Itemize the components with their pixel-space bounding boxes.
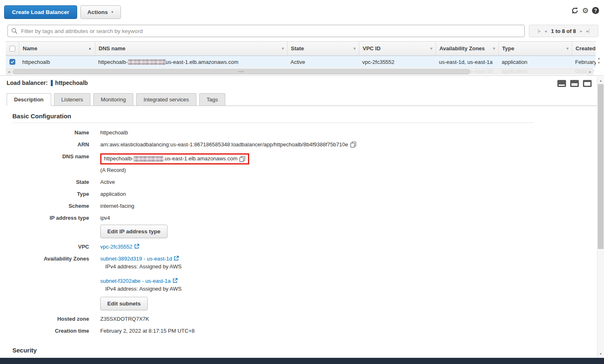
- pane-layout-controls: [557, 80, 592, 87]
- gear-icon[interactable]: ⚙: [582, 7, 589, 14]
- next-page-icon[interactable]: ▸: [580, 29, 583, 33]
- availability-zones-row: Availability Zones subnet-3892d319 - us-…: [12, 256, 534, 310]
- tab-listeners[interactable]: Listeners: [54, 93, 91, 106]
- help-icon[interactable]: ?: [592, 7, 599, 14]
- hosted-zone-row: Hosted zone Z35SXDOTRQ7X7K: [12, 316, 534, 322]
- redacted-dns-segment: [128, 59, 166, 65]
- layout-bottom-large-icon[interactable]: [583, 80, 592, 87]
- footer-bar: [0, 358, 604, 364]
- basic-configuration-heading: Basic Configuration: [12, 113, 534, 120]
- select-all-checkbox-cell: [6, 42, 19, 55]
- scroll-left-icon[interactable]: ◂: [6, 68, 12, 75]
- vpc-link[interactable]: vpc-2fc35552: [100, 244, 132, 250]
- actions-button-label: Actions: [87, 9, 108, 15]
- ec2-load-balancers-page: Create Load Balancer Actions ▼ ⚙ ? ⎹◂ ◂: [0, 0, 604, 364]
- filter-dropdown-icon[interactable]: ▾: [428, 46, 432, 51]
- search-input[interactable]: [7, 25, 525, 37]
- sort-asc-icon: ▲: [86, 47, 92, 50]
- column-header-dns-name[interactable]: DNS name ▾: [95, 42, 287, 55]
- column-header-name[interactable]: Name ▲: [19, 42, 95, 55]
- pagination: ⎹◂ ◂ 1 to 8 of 8 ▸ ▸⎸: [529, 25, 598, 37]
- filter-dropdown-icon[interactable]: ▾: [491, 46, 495, 51]
- last-page-icon[interactable]: ▸⎸: [587, 29, 594, 33]
- cell-type: application: [498, 56, 572, 68]
- filter-dropdown-icon[interactable]: ▾: [279, 46, 284, 51]
- copy-icon[interactable]: [350, 141, 356, 148]
- arn-row: ARN arn:aws:elasticloadbalancing:us-east…: [12, 141, 534, 148]
- scroll-up-icon[interactable]: ▲: [597, 56, 601, 60]
- availability-zones-value: subnet-3892d319 - us-east-1d IPv4 addres…: [100, 256, 182, 310]
- name-row: Name httpechoalb: [12, 129, 534, 136]
- tab-monitoring[interactable]: Monitoring: [93, 93, 133, 106]
- tab-tags[interactable]: Tags: [199, 93, 225, 106]
- horizontal-scrollbar-thumb[interactable]: •••: [13, 69, 470, 74]
- cell-availability-zones: us-east-1d, us-east-1a: [436, 56, 498, 68]
- cell-created-at: February: [572, 56, 596, 68]
- subnet-ipv4-info: IPv4 address: Assigned by AWS: [105, 263, 182, 270]
- load-balancers-table: Name ▲ DNS name ▾ State ▾ VPC ID ▾ Avail…: [6, 41, 596, 75]
- type-value: application: [100, 191, 126, 197]
- select-all-checkbox[interactable]: [9, 46, 15, 52]
- scroll-down-icon[interactable]: ▼: [597, 351, 604, 357]
- filter-dropdown-icon[interactable]: ▾: [351, 46, 356, 51]
- column-header-created-at[interactable]: Created At: [572, 42, 596, 55]
- edit-subnets-button[interactable]: Edit subnets: [100, 297, 148, 310]
- detail-header-value: httpechoalb: [55, 80, 88, 86]
- first-page-icon[interactable]: ⎹◂: [534, 29, 540, 33]
- table-row-httpechoalb[interactable]: httpechoalb httpechoalb-us-east-1.elb.am…: [6, 56, 596, 68]
- page-vertical-scrollbar[interactable]: ▲ ▼: [597, 77, 604, 357]
- column-header-availability-zones[interactable]: Availability Zones ▾: [436, 42, 498, 55]
- scroll-right-icon[interactable]: ▸: [587, 68, 593, 75]
- cell-dns-name: httpechoalb-us-east-1.elb.amazonaws.com: [95, 56, 287, 68]
- prev-page-icon[interactable]: ◂: [545, 29, 547, 33]
- subnet-link[interactable]: subnet-f3202abe - us-east-1a: [100, 278, 171, 284]
- dns-name-highlight-box: httpechoalb-.us-east-1.elb.amazonaws.com: [100, 153, 249, 164]
- subnet-link[interactable]: subnet-3892d319 - us-east-1d: [100, 256, 172, 262]
- copy-icon[interactable]: [239, 156, 245, 162]
- actions-button[interactable]: Actions ▼: [80, 5, 121, 19]
- vpc-value: vpc-2fc35552: [100, 244, 139, 250]
- external-link-icon: [172, 278, 178, 283]
- tab-description[interactable]: Description: [7, 93, 51, 106]
- filter-dropdown-icon[interactable]: ▾: [564, 46, 569, 51]
- state-value: Active: [100, 179, 115, 186]
- table-vertical-scrollbar[interactable]: ▲ ▼: [596, 56, 602, 65]
- layout-bottom-small-icon[interactable]: [557, 80, 566, 87]
- detail-header-label: Load balancer:: [7, 80, 48, 86]
- subnet-item: subnet-f3202abe - us-east-1a IPv4 addres…: [100, 278, 182, 292]
- cell-name: httpechoalb: [19, 56, 95, 68]
- column-header-state[interactable]: State ▾: [287, 42, 359, 55]
- ip-address-type-row: IP address type ipv4 Edit IP address typ…: [12, 215, 534, 238]
- detail-tabs: Description Listeners Monitoring Integra…: [7, 93, 604, 106]
- redacted-dns-segment: [134, 156, 163, 162]
- layout-bottom-medium-icon[interactable]: [570, 80, 579, 87]
- vertical-scrollbar-thumb[interactable]: [598, 84, 604, 249]
- refresh-icon[interactable]: [571, 7, 579, 14]
- subnet-ipv4-info: IPv4 address: Assigned by AWS: [105, 286, 182, 292]
- scheme-value: internet-facing: [100, 203, 134, 209]
- edit-ip-address-type-button[interactable]: Edit IP address type: [100, 225, 168, 238]
- column-header-vpc-id[interactable]: VPC ID ▾: [359, 42, 436, 55]
- row-checkbox[interactable]: [9, 59, 15, 65]
- dns-name-row: DNS name httpechoalb-.us-east-1.elb.amaz…: [12, 153, 534, 174]
- arn-value: arn:aws:elasticloadbalancing:us-east-1:8…: [100, 141, 356, 148]
- ip-address-type-value: ipv4 Edit IP address type: [100, 215, 168, 238]
- create-load-balancer-button[interactable]: Create Load Balancer: [4, 5, 77, 19]
- vpc-row: VPC vpc-2fc35552: [12, 244, 534, 250]
- chevron-down-icon: ▼: [111, 10, 114, 14]
- external-link-icon: [134, 244, 139, 249]
- state-row: State Active: [12, 179, 534, 186]
- detail-header: Load balancer: httpechoalb: [7, 76, 604, 86]
- toolbar: Create Load Balancer Actions ▼ ⚙ ?: [0, 0, 604, 19]
- dns-name-value: httpechoalb-.us-east-1.elb.amazonaws.com…: [100, 153, 249, 174]
- scroll-down-icon[interactable]: ▼: [597, 61, 601, 65]
- search-box: [7, 25, 525, 37]
- section-divider: [12, 122, 534, 123]
- tab-integrated-services[interactable]: Integrated services: [136, 93, 196, 106]
- external-link-icon: [174, 256, 179, 261]
- scheme-row: Scheme internet-facing: [12, 203, 534, 209]
- scroll-up-icon[interactable]: ▲: [597, 77, 604, 83]
- column-header-type[interactable]: Type ▾: [498, 42, 572, 55]
- filter-row: ⎹◂ ◂ 1 to 8 of 8 ▸ ▸⎸: [7, 25, 598, 37]
- horizontal-scrollbar[interactable]: ◂ ••• ▸: [6, 68, 593, 75]
